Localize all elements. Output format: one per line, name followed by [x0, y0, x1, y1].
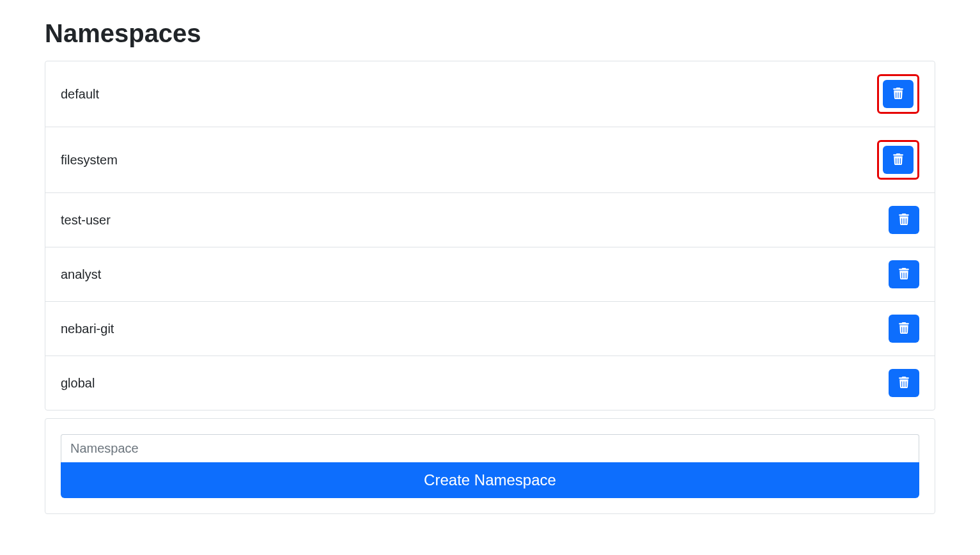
list-item: nebari-git — [45, 302, 935, 356]
trash-icon — [899, 268, 909, 281]
highlighted-action-wrapper — [877, 74, 919, 114]
create-namespace-button[interactable]: Create Namespace — [61, 462, 919, 498]
list-item: test-user — [45, 193, 935, 247]
delete-namespace-button[interactable] — [883, 80, 914, 108]
list-item: filesystem — [45, 127, 935, 193]
namespace-name-label: default — [61, 87, 99, 102]
page-title: Namespaces — [45, 19, 935, 48]
list-item: analyst — [45, 247, 935, 302]
delete-namespace-button[interactable] — [889, 315, 919, 343]
namespace-input[interactable] — [61, 434, 919, 462]
delete-namespace-button[interactable] — [889, 369, 919, 397]
delete-namespace-button[interactable] — [883, 146, 914, 174]
trash-icon — [899, 322, 909, 336]
namespace-name-label: nebari-git — [61, 322, 114, 336]
list-item: default — [45, 61, 935, 127]
highlighted-action-wrapper — [877, 140, 919, 180]
trash-icon — [893, 153, 903, 167]
namespace-name-label: test-user — [61, 213, 111, 228]
trash-icon — [893, 88, 903, 101]
delete-namespace-button[interactable] — [889, 206, 919, 234]
namespace-list: default filesystem test-user — [45, 61, 935, 410]
trash-icon — [899, 214, 909, 227]
namespace-name-label: global — [61, 376, 95, 391]
namespace-name-label: analyst — [61, 267, 101, 282]
trash-icon — [899, 377, 909, 390]
list-item: global — [45, 356, 935, 410]
delete-namespace-button[interactable] — [889, 260, 919, 288]
create-namespace-panel: Create Namespace — [45, 418, 935, 514]
namespace-name-label: filesystem — [61, 153, 118, 168]
